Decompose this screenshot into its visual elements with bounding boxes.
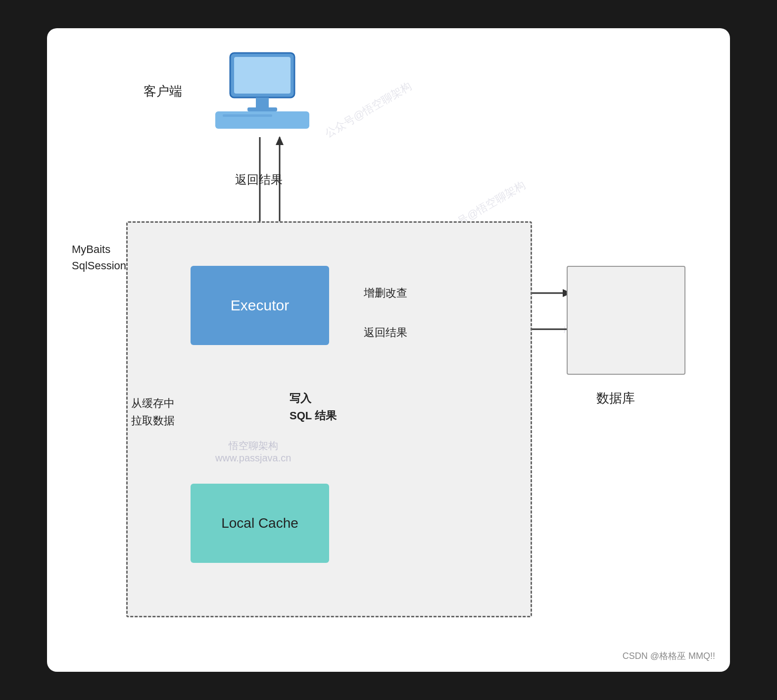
svg-rect-2 (256, 98, 269, 108)
svg-rect-1 (234, 57, 291, 94)
zengshan-label: 增删改查 (364, 286, 407, 300)
watermark-1: 公众号@悟空聊架构 (322, 79, 415, 141)
svg-rect-0 (230, 53, 294, 98)
svg-marker-19 (276, 136, 284, 145)
svg-rect-3 (247, 107, 277, 111)
client-label: 客户端 (144, 83, 182, 100)
executor-box: Executor (191, 266, 329, 345)
executor-label: Executor (231, 297, 289, 314)
return-result-top-label: 返回结果 (235, 172, 283, 188)
database-box (567, 266, 685, 375)
pull-cache-label: 从缓存中 拉取数据 (131, 395, 175, 429)
local-cache-box: Local Cache (191, 484, 329, 563)
main-card: 公众号@悟空聊架构 公众号@悟空聊架构 公众号@悟空聊架构 (47, 28, 730, 672)
local-cache-label: Local Cache (221, 515, 298, 531)
computer-icon (215, 53, 309, 129)
database-label: 数据库 (596, 390, 635, 407)
fanhui-label: 返回结果 (364, 325, 407, 340)
footer-label: CSDN @格格巫 MMQ!! (623, 650, 715, 662)
write-sql-label: 写入 SQL 结果 (290, 390, 337, 424)
svg-rect-5 (223, 114, 272, 117)
svg-rect-4 (215, 111, 309, 129)
mybatis-session-label: MyBaits SqlSession (72, 241, 126, 274)
diagram-area: 公众号@悟空聊架构 公众号@悟空聊架构 公众号@悟空聊架构 (47, 28, 730, 672)
